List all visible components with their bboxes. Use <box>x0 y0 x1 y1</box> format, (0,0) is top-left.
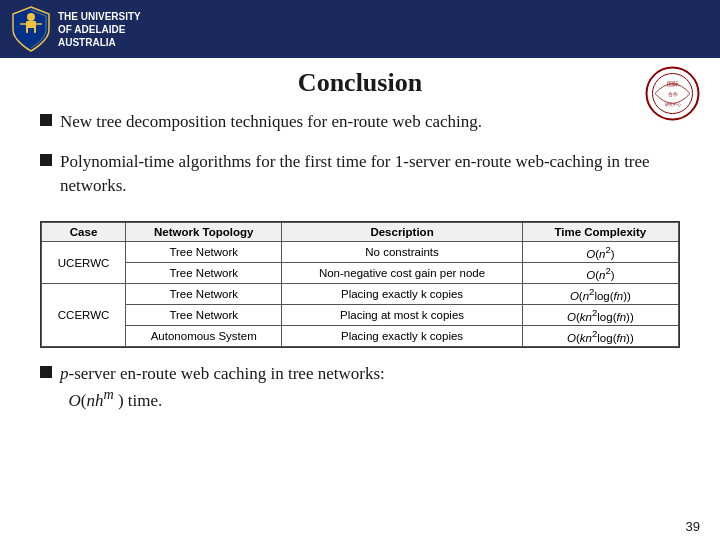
cell-case-3: CCERWC <box>42 284 126 346</box>
cell-complexity-3: O(n2log(fn)) <box>522 284 678 305</box>
formula-italic: O <box>69 391 81 410</box>
cell-desc-2: Non-negative cost gain per node <box>282 263 522 284</box>
complexity-table: Case Network Topology Description Time C… <box>41 222 679 346</box>
svg-text:合作: 合作 <box>668 91 678 97</box>
cell-desc-3: Placing exactly k copies <box>282 284 522 305</box>
th-description: Description <box>282 223 522 242</box>
table-header-row: Case Network Topology Description Time C… <box>42 223 679 242</box>
bullet-text-2: Polynomial-time algorithms for the first… <box>60 150 680 198</box>
nh-italic: nh <box>86 391 103 410</box>
header-bar: THE UNIVERSITY OF ADELAIDE AUSTRALIA <box>0 0 720 58</box>
table-row: UCERWC Tree Network No constraints O(n2) <box>42 242 679 263</box>
cell-complexity-4: O(kn2log(fn)) <box>522 304 678 325</box>
bullet-section-1: New tree decomposition techniques for en… <box>40 110 680 140</box>
bullet-item-2: Polynomial-time algorithms for the first… <box>40 150 680 198</box>
th-case: Case <box>42 223 126 242</box>
slide-title: Conclusion <box>40 68 680 98</box>
m-superscript: m <box>103 386 113 402</box>
svg-rect-1 <box>28 28 34 36</box>
th-network: Network Topology <box>126 223 282 242</box>
cell-network-2: Tree Network <box>126 263 282 284</box>
bullet-icon-1 <box>40 114 52 126</box>
slide: THE UNIVERSITY OF ADELAIDE AUSTRALIA 国际 … <box>0 0 720 540</box>
main-content: 国际 合作 研究中心 Conclusion New tree decomposi… <box>0 58 720 540</box>
svg-point-2 <box>27 13 35 21</box>
svg-text:研究中心: 研究中心 <box>665 102 681 107</box>
cell-desc-5: Placing exactly k copies <box>282 325 522 346</box>
cell-complexity-2: O(n2) <box>522 263 678 284</box>
page-number: 39 <box>686 519 700 534</box>
bottom-bullet-section: p-server en-route web caching in tree ne… <box>40 362 680 419</box>
cell-desc-4: Placing at most k copies <box>282 304 522 325</box>
complexity-table-container: Case Network Topology Description Time C… <box>40 221 680 347</box>
university-logo-area: THE UNIVERSITY OF ADELAIDE AUSTRALIA <box>12 6 141 52</box>
cell-network-5: Autonomous System <box>126 325 282 346</box>
bottom-bullet-item: p-server en-route web caching in tree ne… <box>40 362 680 413</box>
th-complexity: Time Complexity <box>522 223 678 242</box>
university-shield-icon <box>12 6 50 52</box>
table-row: Tree Network Non-negative cost gain per … <box>42 263 679 284</box>
table-row: CCERWC Tree Network Placing exactly k co… <box>42 284 679 305</box>
cell-network-3: Tree Network <box>126 284 282 305</box>
p-server-italic: p <box>60 364 69 383</box>
bullet-text-1: New tree decomposition techniques for en… <box>60 110 680 134</box>
bullet-icon-2 <box>40 154 52 166</box>
cell-network-4: Tree Network <box>126 304 282 325</box>
cell-complexity-5: O(kn2log(fn)) <box>522 325 678 346</box>
table-row: Autonomous System Placing exactly k copi… <box>42 325 679 346</box>
table-row: Tree Network Placing at most k copies O(… <box>42 304 679 325</box>
bullet-icon-3 <box>40 366 52 378</box>
cell-case-1: UCERWC <box>42 242 126 284</box>
bullet-section-2: Polynomial-time algorithms for the first… <box>40 150 680 204</box>
cell-complexity-1: O(n2) <box>522 242 678 263</box>
right-emblem: 国际 合作 研究中心 <box>645 66 700 121</box>
cell-network-1: Tree Network <box>126 242 282 263</box>
university-name: THE UNIVERSITY OF ADELAIDE AUSTRALIA <box>58 10 141 49</box>
bottom-bullet-text: p-server en-route web caching in tree ne… <box>60 362 680 413</box>
cell-desc-1: No constraints <box>282 242 522 263</box>
bullet-item-1: New tree decomposition techniques for en… <box>40 110 680 134</box>
